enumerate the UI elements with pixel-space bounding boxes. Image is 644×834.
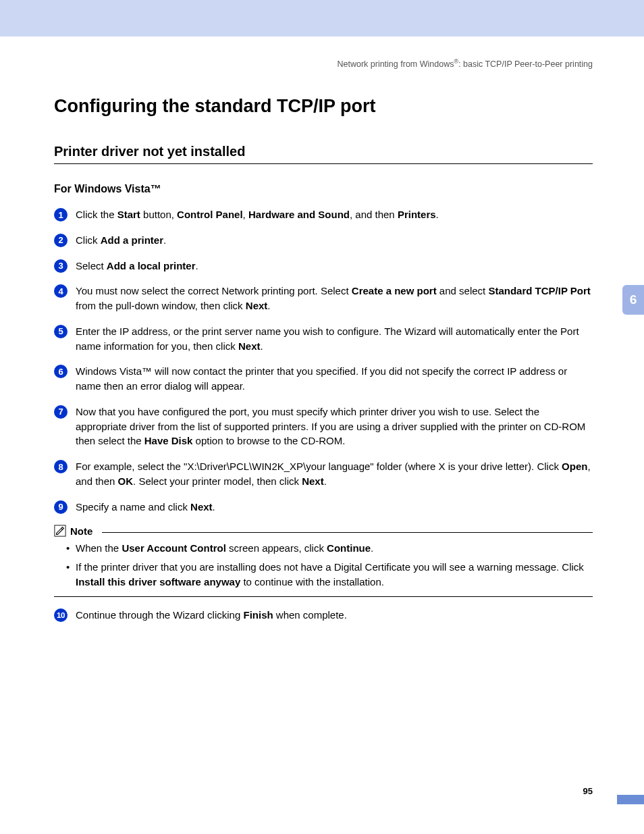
step-number-badge: 4 [54,284,68,298]
step-item: 5Enter the IP address, or the print serv… [54,324,593,354]
page-title: Configuring the standard TCP/IP port [54,96,593,117]
note-item: If the printer driver that you are insta… [66,560,593,590]
step-item: 6Windows Vista™ will now contact the pri… [54,364,593,394]
step-number-badge: 2 [54,234,68,247]
page-content: Network printing from Windows®: basic TC… [0,36,644,622]
step-item: 7Now that you have configured the port, … [54,405,593,448]
step-item: 8For example, select the "X:\Driver\PCL\… [54,459,593,489]
note-pencil-icon [54,525,66,537]
note-items: When the User Account Control screen app… [54,541,593,589]
step-number-badge: 8 [54,460,68,473]
note-divider-top [102,532,593,533]
step-text: For example, select the "X:\Driver\PCL\W… [76,459,593,489]
step-item: 9Specify a name and click Next. [54,500,593,515]
top-color-band [0,0,644,36]
step-item: 2Click Add a printer. [54,233,593,248]
step-number-badge: 1 [54,208,68,221]
step-text: Enter the IP address, or the print serve… [76,324,593,354]
chapter-tab: 6 [622,285,644,315]
corner-accent [617,795,644,804]
note-block: Note When the User Account Control scree… [54,525,593,596]
step-text: Windows Vista™ will now contact the prin… [76,364,593,394]
step-text: Select Add a local printer. [76,259,593,273]
step-number-badge: 5 [54,325,68,338]
step-text: Click the Start button, Control Panel, H… [76,207,593,222]
step-item: 4You must now select the correct Network… [54,284,593,313]
steps-list: 1Click the Start button, Control Panel, … [54,207,593,514]
breadcrumb-prefix: Network printing from Windows [337,59,454,69]
step-item: 10 Continue through the Wizard clicking … [54,608,593,623]
note-item: When the User Account Control screen app… [66,541,593,556]
section-heading: Printer driver not yet installed [54,144,593,164]
step-item: 1Click the Start button, Control Panel, … [54,207,593,222]
step-number-badge: 7 [54,405,68,419]
step-number-badge: 10 [54,608,68,622]
step-item: 3Select Add a local printer. [54,259,593,273]
note-label: Note [70,525,92,537]
step-text: Click Add a printer. [76,233,593,248]
step-text: Specify a name and click Next. [76,500,593,515]
page-number: 95 [583,786,593,796]
step-number-badge: 9 [54,500,68,514]
step-text: Now that you have configured the port, y… [76,405,593,448]
step-text: Continue through the Wizard clicking Fin… [76,608,593,623]
step-number-badge: 6 [54,365,68,378]
note-header: Note [54,525,593,537]
note-divider-bottom [54,596,593,597]
step-text: You must now select the correct Network … [76,284,593,313]
step-number-badge: 3 [54,259,68,273]
subsection-heading: For Windows Vista™ [54,183,593,195]
breadcrumb-suffix: : basic TCP/IP Peer-to-Peer printing [458,59,593,69]
breadcrumb: Network printing from Windows®: basic TC… [54,58,593,69]
